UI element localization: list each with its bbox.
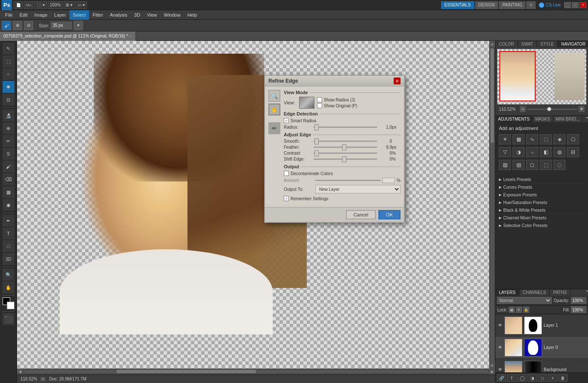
fill-input[interactable] <box>571 306 586 313</box>
scroll-left-btn[interactable]: ◀ <box>17 369 23 374</box>
brush-tool-icon[interactable]: 🖌 <box>2 21 11 30</box>
maximize-btn[interactable]: □ <box>572 2 579 8</box>
hue-sat-presets-item[interactable]: ▶ Hue/Saturation Presets <box>497 199 586 207</box>
document-tab[interactable]: 00758379_selection_composite.psd @ 111% … <box>0 32 136 41</box>
feather-thumb[interactable] <box>342 144 346 150</box>
menu-filter[interactable]: Filter <box>89 10 106 20</box>
new-adj-layer-btn[interactable]: ◑ <box>527 374 537 382</box>
radius-slider[interactable] <box>314 127 377 128</box>
smooth-thumb[interactable] <box>314 138 319 144</box>
mode-icon[interactable]: Mo <box>24 1 33 9</box>
menu-view[interactable]: View <box>144 10 161 20</box>
lock-move-btn[interactable]: ✛ <box>516 307 522 313</box>
gradient-map-adj-icon[interactable]: ▤ <box>513 160 525 170</box>
menu-3d[interactable]: 3D <box>131 10 144 20</box>
move-tool[interactable]: ↖ <box>3 43 14 55</box>
contrast-slider[interactable] <box>314 153 377 154</box>
file-icon[interactable]: 📄 <box>14 1 23 9</box>
painting-btn[interactable]: PAINTING <box>499 1 525 9</box>
cancel-button[interactable]: Cancel <box>346 210 376 219</box>
link-layers-btn[interactable]: 🔗 <box>497 374 506 382</box>
decontaminate-checkbox[interactable] <box>284 171 289 176</box>
exposure-adj-icon[interactable]: ⬚ <box>540 134 552 144</box>
smart-radius-checkbox[interactable]: ✓ <box>284 118 289 123</box>
opacity-input[interactable] <box>571 297 586 304</box>
threshold-adj-icon[interactable]: ▨ <box>499 160 511 170</box>
new-group-btn[interactable]: □ <box>538 374 547 382</box>
quick-mask-btn[interactable]: ⬛ <box>3 313 14 325</box>
levels2-adj-icon[interactable]: ⬚ <box>540 160 552 170</box>
feather-slider[interactable] <box>314 147 377 148</box>
menu-image[interactable]: Image <box>31 10 51 20</box>
photo-filter-adj-icon[interactable]: ⬦ <box>526 147 538 157</box>
style-tab[interactable]: STYLE <box>537 41 558 47</box>
hand-dialog-tool[interactable]: ✋ <box>268 104 280 115</box>
amount-input[interactable] <box>382 178 395 183</box>
crop-tool[interactable]: ⊡ <box>3 94 14 106</box>
add-style-btn[interactable]: f <box>507 374 516 382</box>
adj-options-btn[interactable]: ▾ <box>586 116 588 122</box>
essentials-btn[interactable]: ESSENTIALS <box>441 1 474 9</box>
contrast-thumb[interactable] <box>314 150 319 156</box>
layer-2-visibility[interactable]: 👁 <box>497 345 503 351</box>
layer-item-1[interactable]: 👁 Layer 1 <box>496 314 588 337</box>
dialog-close-btn[interactable]: ✕ <box>394 78 401 84</box>
background-color[interactable] <box>7 302 14 309</box>
dodge-tool[interactable]: ◉ <box>3 199 14 211</box>
layer-1-visibility[interactable]: 👁 <box>497 323 503 328</box>
remember-checkbox[interactable]: ✓ <box>284 196 289 201</box>
colorbalance-adj-icon[interactable]: ▽ <box>499 147 511 157</box>
foreground-background-color[interactable] <box>3 297 14 309</box>
marquee-tool[interactable]: ⬚ <box>3 55 14 67</box>
amount-slider[interactable] <box>315 180 380 181</box>
v-scrollbar[interactable]: ▲ ▼ <box>489 41 495 369</box>
refine-edge-dialog[interactable]: Refine Edge ✕ 🔍 ✋ ✏ <box>264 75 405 223</box>
minimize-btn[interactable]: _ <box>564 2 571 8</box>
vibrance-adj-icon[interactable]: ◈ <box>553 134 565 144</box>
scroll-down-btn[interactable]: ▼ <box>489 363 495 369</box>
curves-presets-item[interactable]: ▶ Curves Presets <box>497 184 586 191</box>
lock-pixels-btn[interactable]: ▦ <box>509 307 515 313</box>
add-mask-btn[interactable]: ◯ <box>517 374 527 382</box>
channel-mix-presets-item[interactable]: ▶ Channel Mixer Presets <box>497 214 586 222</box>
hue-sat-adj-icon[interactable]: ⬡ <box>567 134 579 144</box>
menu-help[interactable]: Help <box>184 10 201 20</box>
layers-options-btn[interactable]: ▾ <box>586 289 588 296</box>
shift-edge-thumb[interactable] <box>342 156 346 162</box>
screen-dropdown[interactable]: ▭ ▾ <box>75 1 87 9</box>
h-scroll-track[interactable] <box>24 370 488 373</box>
levels-adj-icon[interactable]: ▦ <box>513 134 525 144</box>
close-btn[interactable]: ✕ <box>579 2 586 8</box>
nav-zoom-in-btn[interactable]: + <box>579 106 585 112</box>
menu-edit[interactable]: Edit <box>16 10 31 20</box>
posterize-adj-icon[interactable]: ⊟ <box>567 147 579 157</box>
brush-tool[interactable]: ✏ <box>3 135 14 147</box>
tab-close-btn[interactable]: × <box>130 34 132 38</box>
bw-presets-item[interactable]: ▶ Black & White Presets <box>497 207 586 214</box>
layer-bg-visibility[interactable]: 👁 <box>497 367 503 373</box>
curves-adj-icon[interactable]: ∿ <box>526 134 538 144</box>
quick-select-tool[interactable]: ✱ <box>3 81 14 93</box>
show-original-checkbox[interactable] <box>317 103 322 108</box>
view-dropdown[interactable]: ⬛ ▾ <box>34 1 47 9</box>
clone-tool[interactable]: S <box>3 148 14 160</box>
menu-analysis[interactable]: Analysis <box>107 10 131 20</box>
nav-zoom-out-btn[interactable]: − <box>520 106 526 112</box>
refine-brush-tool[interactable]: ✏ <box>268 122 280 134</box>
h-scroll-thumb[interactable] <box>117 370 256 373</box>
shift-edge-slider[interactable] <box>314 158 377 160</box>
brush-mode-2[interactable]: ⊖ <box>24 21 33 30</box>
paths-tab[interactable]: PATHS <box>550 289 571 296</box>
lock-all-btn[interactable]: 🔒 <box>523 307 529 313</box>
v-scroll-track[interactable] <box>490 48 494 362</box>
zoom-menu-btn[interactable]: ▾ <box>40 377 46 381</box>
hand-tool[interactable]: ✋ <box>3 282 14 294</box>
layer-item-bg[interactable]: 👁 Background <box>496 359 588 372</box>
more-workspaces-btn[interactable]: » <box>526 1 536 9</box>
brightness-adj-icon[interactable]: ☀ <box>499 134 511 144</box>
menu-file[interactable]: File <box>2 10 16 20</box>
menu-window[interactable]: Window <box>161 10 184 20</box>
arrange-dropdown[interactable]: ⊞ ▾ <box>63 1 75 9</box>
gradient-tool[interactable]: ▦ <box>3 186 14 198</box>
h-scrollbar[interactable]: ◀ ▶ <box>17 369 495 374</box>
